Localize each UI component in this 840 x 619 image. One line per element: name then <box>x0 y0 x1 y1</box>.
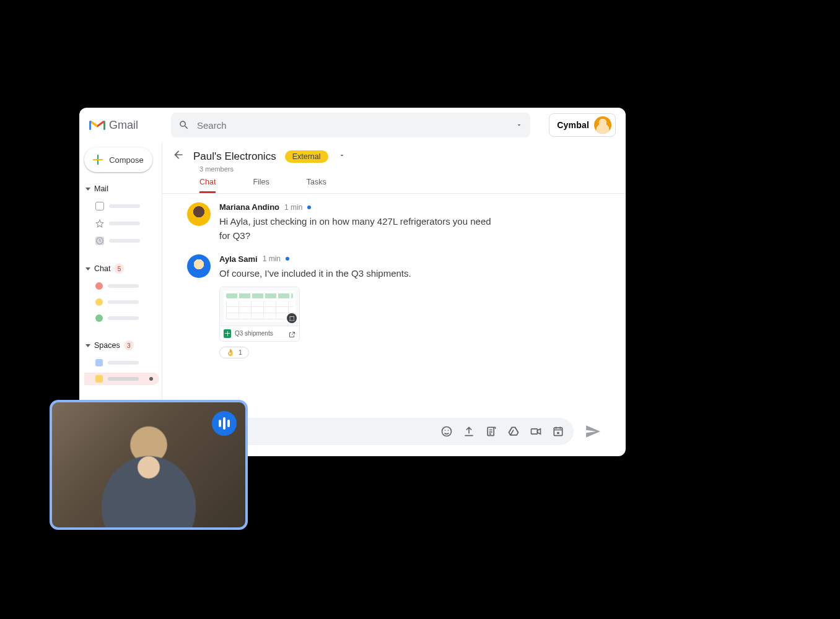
presence-icon <box>95 314 103 322</box>
sender-avatar[interactable] <box>187 254 211 278</box>
gmail-product-name: Gmail <box>109 119 138 132</box>
speaking-indicator-icon <box>212 411 237 436</box>
external-badge: External <box>285 150 328 163</box>
sender-name: Ayla Sami <box>219 254 258 264</box>
sheets-icon <box>224 329 231 338</box>
send-button[interactable] <box>585 423 601 439</box>
presence-icon <box>95 282 103 290</box>
presence-icon <box>95 298 103 306</box>
sidebar-section-chat[interactable]: Chat 5 <box>84 261 162 276</box>
mail-item[interactable] <box>84 217 162 230</box>
plus-icon <box>93 155 103 165</box>
video-call-tile[interactable] <box>50 400 248 530</box>
org-switcher[interactable]: Cymbal <box>549 113 616 137</box>
reaction-emoji: 👌 <box>226 348 235 357</box>
calendar-icon[interactable] <box>551 425 565 438</box>
attachment-preview: ⬚ <box>220 287 299 326</box>
compose-button[interactable]: Compose <box>84 147 152 172</box>
gmail-logo-block[interactable]: Gmail <box>89 119 162 132</box>
mail-item[interactable] <box>84 199 162 213</box>
star-icon <box>95 219 104 228</box>
gmail-logo-icon <box>89 119 105 131</box>
emoji-icon[interactable] <box>440 425 453 438</box>
attachment-name: Q3 shipments <box>235 330 284 337</box>
chevron-down-icon <box>85 188 90 191</box>
mail-item[interactable] <box>84 234 162 248</box>
search-options-icon[interactable] <box>515 121 523 129</box>
upload-icon[interactable] <box>462 425 476 438</box>
unread-dot-icon <box>149 377 153 381</box>
search-icon <box>178 119 190 131</box>
back-button[interactable] <box>172 149 185 164</box>
svg-point-5 <box>448 430 449 431</box>
message: Mariana Andino 1 min Hi Ayla, just check… <box>187 202 601 243</box>
org-name: Cymbal <box>557 120 589 130</box>
room-title: Paul's Electronics <box>193 150 276 163</box>
attachment-card[interactable]: ⬚ Q3 shipments <box>219 287 300 342</box>
space-item-active[interactable] <box>84 373 159 385</box>
message-time: 1 min <box>284 203 302 212</box>
search-input[interactable] <box>197 120 508 131</box>
sender-name: Mariana Andino <box>219 202 279 212</box>
tab-files[interactable]: Files <box>253 178 269 193</box>
room-tabs: Chat Files Tasks <box>162 173 626 194</box>
inbox-icon <box>95 202 104 210</box>
chat-item[interactable] <box>84 296 162 308</box>
chat-item[interactable] <box>84 312 162 324</box>
unread-dot-icon <box>286 257 289 261</box>
drive-icon[interactable] <box>507 425 520 438</box>
sidebar-section-spaces[interactable]: Spaces 3 <box>84 338 162 353</box>
user-avatar[interactable] <box>594 116 611 134</box>
chat-item[interactable] <box>84 280 162 292</box>
message-text: Of course, I've included it in the Q3 sh… <box>219 266 504 280</box>
room-menu-button[interactable] <box>338 152 346 161</box>
svg-rect-8 <box>554 428 562 436</box>
video-icon[interactable] <box>529 425 543 438</box>
sidebar-section-mail[interactable]: Mail <box>84 182 162 196</box>
sender-avatar[interactable] <box>187 202 211 226</box>
svg-point-4 <box>445 430 446 431</box>
open-external-icon[interactable] <box>288 330 295 337</box>
svg-rect-9 <box>557 432 559 434</box>
message-time: 1 min <box>263 254 281 263</box>
search-bar[interactable] <box>171 113 530 137</box>
members-count[interactable]: 3 members <box>162 165 626 173</box>
clock-icon <box>95 236 104 245</box>
reaction-chip[interactable]: 👌 1 <box>219 347 249 358</box>
spaces-unread-badge: 3 <box>124 340 134 350</box>
svg-point-3 <box>442 427 452 436</box>
svg-rect-7 <box>532 429 538 434</box>
space-icon <box>95 359 103 366</box>
doc-add-icon[interactable] <box>484 425 498 438</box>
attachment-type-badge: ⬚ <box>287 313 297 323</box>
chat-unread-badge: 5 <box>114 264 124 274</box>
space-icon <box>95 375 103 383</box>
room-header: Paul's Electronics External <box>162 142 626 164</box>
message-text: Hi Ayla, just checking in on how many 42… <box>219 214 504 243</box>
tab-tasks[interactable]: Tasks <box>307 178 326 193</box>
svg-rect-1 <box>103 121 105 130</box>
reaction-count: 1 <box>238 348 242 356</box>
tab-chat[interactable]: Chat <box>199 178 216 193</box>
unread-dot-icon <box>307 206 311 209</box>
message: Ayla Sami 1 min Of course, I've included… <box>187 254 601 358</box>
compose-label: Compose <box>109 155 144 165</box>
space-item[interactable] <box>84 357 162 369</box>
chevron-down-icon <box>85 344 90 347</box>
app-header: Gmail Cymbal <box>79 108 626 142</box>
chevron-down-icon <box>85 267 90 271</box>
message-list: Mariana Andino 1 min Hi Ayla, just check… <box>162 194 626 414</box>
